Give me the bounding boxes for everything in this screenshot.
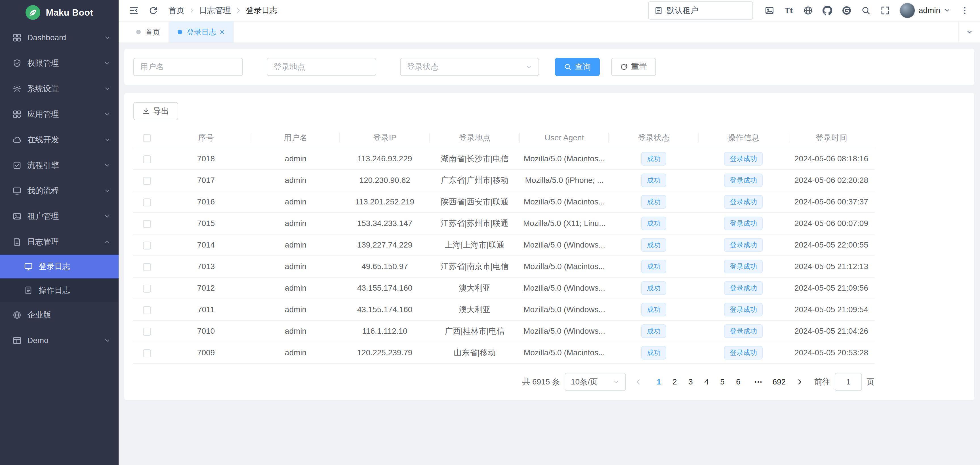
row-checkbox[interactable] (143, 198, 151, 206)
reset-button[interactable]: 重置 (611, 58, 656, 76)
cell-username: admin (251, 191, 340, 213)
github-button[interactable] (819, 2, 836, 19)
page-number-button[interactable]: 6 (730, 374, 746, 390)
row-checkbox[interactable] (143, 156, 151, 163)
next-page-button[interactable] (792, 374, 808, 390)
prev-page-button[interactable] (630, 374, 646, 390)
column-header-location: 登录地点 (430, 128, 520, 148)
sidebar-item-permissions[interactable]: 权限管理 (0, 51, 119, 76)
table-row: 7012 admin 43.155.174.160 澳大利亚 Mozilla/5… (134, 277, 875, 299)
cell-time: 2024-05-05 22:00:55 (788, 234, 875, 256)
user-menu[interactable]: admin (899, 3, 950, 18)
table-header-row: 序号 用户名 登录IP 登录地点 User Agent 登录状态 操作信息 登录… (134, 128, 875, 148)
tab-options-button[interactable] (958, 22, 980, 43)
row-checkbox[interactable] (143, 177, 151, 185)
goto-page-group: 前往 页 (814, 373, 875, 391)
cell-select (134, 277, 161, 299)
cell-location: 广东省|广州市|移动 (430, 170, 520, 191)
login-status-select[interactable]: 登录状态 (400, 58, 539, 76)
breadcrumb-log-management[interactable]: 日志管理 (199, 5, 231, 16)
row-checkbox[interactable] (143, 349, 151, 357)
close-icon[interactable]: × (220, 28, 225, 36)
breadcrumb-current: 登录日志 (246, 5, 277, 16)
select-all-checkbox[interactable] (143, 134, 151, 142)
page-number-button[interactable]: 1 (651, 374, 667, 390)
cell-username: admin (251, 256, 340, 277)
cell-operation: 登录成功 (698, 256, 788, 277)
chevron-right-icon (188, 7, 195, 14)
sidebar-item-dashboard[interactable]: Dashboard (0, 25, 119, 51)
collapse-sidebar-button[interactable] (126, 2, 142, 19)
header-search-button[interactable] (858, 2, 875, 19)
pagination-total: 共 6915 条 (522, 376, 560, 387)
sidebar-item-tenant-management[interactable]: 租户管理 (0, 203, 119, 229)
row-checkbox[interactable] (143, 241, 151, 249)
search-button[interactable]: 查询 (555, 58, 600, 76)
cell-status: 成功 (609, 148, 698, 170)
sidebar-item-online-dev[interactable]: 在线开发 (0, 127, 119, 152)
cell-operation: 登录成功 (698, 234, 788, 256)
chevron-down-icon (104, 136, 111, 143)
wallpaper-button[interactable] (761, 2, 778, 19)
cell-location: 澳大利亚 (430, 277, 520, 299)
sidebar-item-login-log[interactable]: 登录日志 (0, 255, 119, 278)
cell-status: 成功 (609, 234, 698, 256)
row-checkbox[interactable] (143, 220, 151, 228)
page-number-button[interactable]: 5 (714, 374, 730, 390)
sidebar-item-operation-log[interactable]: 操作日志 (0, 278, 119, 302)
page-size-select[interactable]: 10条/页 (565, 373, 626, 391)
row-checkbox[interactable] (143, 328, 151, 336)
last-page-button[interactable]: 692 (771, 374, 787, 390)
sidebar-item-enterprise[interactable]: 企业版 (0, 302, 119, 328)
cell-user-agent: Mozilla/5.0 (X11; Linu... (520, 213, 609, 234)
page-number-button[interactable]: 3 (682, 374, 698, 390)
export-button-label: 导出 (153, 106, 169, 116)
page-number-button[interactable]: 2 (667, 374, 682, 390)
breadcrumb-home[interactable]: 首页 (169, 5, 185, 16)
status-badge: 成功 (641, 195, 666, 209)
export-button[interactable]: 导出 (134, 102, 178, 120)
sidebar: Maku Boot Dashboard 权限管理 系统设置 应用管理 (0, 0, 119, 465)
app-logo: Maku Boot (0, 0, 119, 25)
cell-serial: 7009 (161, 342, 251, 363)
page-number-button[interactable]: 4 (698, 374, 714, 390)
cell-serial: 7011 (161, 299, 251, 321)
tenant-select[interactable]: 默认租户 (648, 2, 753, 19)
goto-page-input[interactable] (835, 373, 862, 391)
username-input[interactable] (134, 58, 243, 76)
gitee-button[interactable] (838, 2, 855, 19)
log-management-submenu: 登录日志 操作日志 (0, 255, 119, 302)
chevron-down-icon (613, 379, 620, 385)
cell-time: 2024-05-05 20:53:28 (788, 342, 875, 363)
login-location-input[interactable] (267, 58, 376, 76)
table-row: 7018 admin 113.246.93.229 湖南省|长沙市|电信 Moz… (134, 148, 875, 170)
cell-serial: 7010 (161, 321, 251, 342)
fullscreen-button[interactable] (877, 2, 894, 19)
chevron-down-icon (966, 29, 973, 36)
row-checkbox[interactable] (143, 285, 151, 293)
sidebar-item-workflow-engine[interactable]: 流程引擎 (0, 152, 119, 178)
status-badge: 成功 (641, 152, 666, 166)
pagination-ellipsis-button[interactable]: ••• (751, 374, 767, 390)
tab-home[interactable]: 首页 (128, 22, 169, 43)
sidebar-item-label: 在线开发 (27, 134, 104, 145)
layout-icon (13, 336, 22, 345)
row-checkbox[interactable] (143, 306, 151, 314)
row-checkbox[interactable] (143, 263, 151, 271)
cell-select (134, 170, 161, 191)
operation-badge: 登录成功 (724, 281, 763, 295)
more-settings-button[interactable] (956, 2, 973, 19)
cell-serial: 7014 (161, 234, 251, 256)
file-icon (24, 286, 33, 295)
sidebar-item-log-management[interactable]: 日志管理 (0, 229, 119, 255)
sidebar-item-demo[interactable]: Demo (0, 328, 119, 353)
cell-select (134, 256, 161, 277)
sidebar-item-system-settings[interactable]: 系统设置 (0, 76, 119, 102)
sidebar-item-app-management[interactable]: 应用管理 (0, 102, 119, 127)
operation-badge: 登录成功 (724, 324, 763, 338)
refresh-button[interactable] (145, 2, 162, 19)
language-button[interactable] (800, 2, 816, 19)
tab-login-log[interactable]: 登录日志 × (169, 22, 234, 43)
font-size-button[interactable]: Tt (780, 2, 797, 19)
sidebar-item-my-workflow[interactable]: 我的流程 (0, 178, 119, 203)
